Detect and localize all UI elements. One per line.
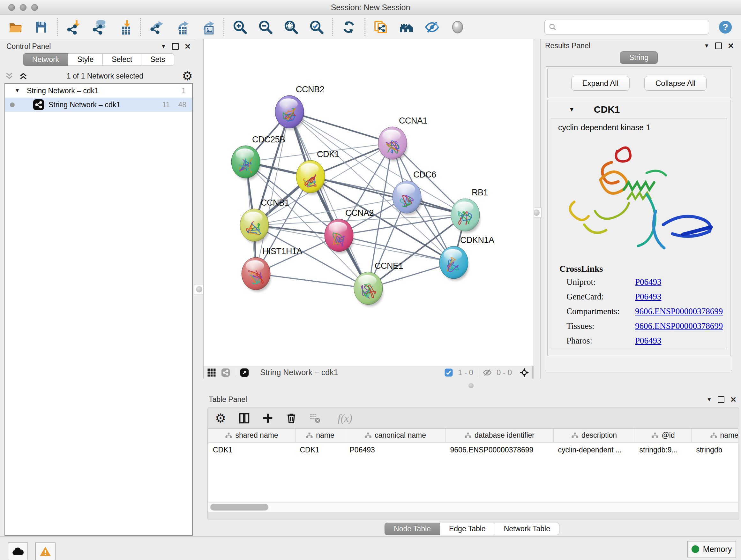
protein-expander-icon[interactable]: ▼	[569, 106, 575, 113]
column-header-namespace[interactable]: namespace	[692, 428, 738, 442]
memory-button[interactable]: Memory	[687, 541, 736, 557]
export-network-icon[interactable]	[149, 19, 165, 35]
node-CCNA1[interactable]	[378, 127, 407, 161]
column-header-canonical-name[interactable]: canonical name	[345, 428, 446, 442]
column-header-name[interactable]: name	[295, 428, 345, 442]
network-canvas[interactable]: CCNB2CCNA1CDC25BCDK1CDC6RB1CCNB1CCNA2CDK…	[203, 39, 534, 366]
string-view-icon[interactable]	[221, 368, 230, 377]
tab-edge-table[interactable]: Edge Table	[440, 523, 495, 535]
edge-CCNA2-CDKN1A[interactable]	[339, 235, 454, 262]
tab-style[interactable]: Style	[68, 53, 103, 66]
table-cell[interactable]: CDK1	[208, 442, 295, 457]
float-results-icon[interactable]	[715, 43, 722, 49]
network-options-gear-icon[interactable]: ⚙	[182, 70, 193, 82]
node-CDK1[interactable]	[296, 160, 325, 195]
warning-button[interactable]	[35, 543, 56, 560]
left-splitter[interactable]	[195, 39, 203, 537]
grid-view-icon[interactable]	[207, 368, 216, 377]
table-cell[interactable]: stringdb	[692, 442, 738, 457]
tab-network[interactable]: Network	[23, 53, 68, 66]
network-collection-row[interactable]: ▼ String Network – cdk1 1	[5, 84, 192, 98]
edge-HIST1H1A-CCNE1[interactable]	[256, 273, 368, 288]
edge-CCNB2-CCNA1[interactable]	[289, 112, 393, 143]
node-CDKN1A[interactable]	[440, 246, 468, 281]
open-session-icon[interactable]	[8, 19, 23, 35]
import-network-icon[interactable]	[65, 19, 81, 35]
table-row[interactable]: CDK1CDK1P064939606.ENSP00000378699cyclin…	[208, 442, 738, 457]
tree-expander-icon[interactable]: ▼	[5, 88, 20, 94]
help-button[interactable]: ?	[718, 20, 733, 35]
import-table-icon[interactable]	[117, 19, 132, 35]
column-header-shared-name[interactable]: shared name	[208, 428, 295, 442]
table-horizontal-scrollbar[interactable]	[208, 502, 738, 512]
table-settings-gear-icon[interactable]: ⚙	[214, 412, 227, 425]
hidden-eye-icon[interactable]	[482, 368, 492, 377]
import-database-icon[interactable]	[91, 19, 107, 35]
float-table-icon[interactable]	[718, 396, 724, 403]
node-CCNA2[interactable]	[325, 219, 354, 253]
expand-all-chevron-icon[interactable]	[4, 71, 14, 81]
horizontal-splitter[interactable]	[203, 379, 738, 393]
crosslink-link[interactable]: 9606.ENSP00000378699	[635, 321, 723, 331]
node-CCNB2[interactable]	[275, 96, 304, 130]
selected-checkbox-icon[interactable]	[444, 368, 454, 377]
network-row[interactable]: String Network – cdk1 11 48	[5, 98, 192, 112]
collapse-panel-icon[interactable]: ▼	[161, 44, 166, 50]
node-RB1[interactable]	[451, 199, 480, 233]
tab-string[interactable]: String	[620, 51, 658, 64]
function-builder-icon[interactable]: f(x)	[332, 412, 358, 425]
crosslink-link[interactable]: 9606.ENSP00000378699	[635, 307, 723, 316]
open-in-new-window-icon[interactable]	[240, 368, 249, 377]
zoom-selected-icon[interactable]	[309, 19, 325, 35]
home-icon[interactable]	[399, 19, 414, 35]
string-query-icon[interactable]	[373, 19, 389, 35]
edge-CCNB2-CCNE1[interactable]	[289, 112, 368, 288]
delete-column-icon[interactable]	[285, 412, 298, 425]
table-cell[interactable]: CDK1	[295, 442, 345, 457]
table-cell[interactable]: stringdb:9...	[635, 442, 692, 457]
zoom-in-icon[interactable]	[232, 19, 248, 35]
column-header--id[interactable]: @id	[635, 428, 692, 442]
tab-sets[interactable]: Sets	[141, 53, 174, 66]
export-table-icon[interactable]	[174, 19, 190, 35]
refresh-icon[interactable]	[341, 19, 357, 35]
node-CDC25B[interactable]	[231, 145, 260, 180]
export-image-icon[interactable]	[200, 19, 216, 35]
collapse-all-chevron-icon[interactable]	[18, 71, 28, 81]
collapse-table-icon[interactable]: ▼	[706, 396, 712, 403]
h-scrollbar-thumb[interactable]	[210, 504, 268, 510]
node-CCNB1[interactable]	[240, 209, 269, 243]
cloud-button[interactable]	[8, 543, 28, 560]
zoom-fit-icon[interactable]	[283, 19, 299, 35]
node-CCNE1[interactable]	[354, 272, 383, 307]
search-field[interactable]	[544, 20, 709, 35]
collapse-all-button[interactable]: Collapse All	[644, 76, 706, 91]
hide-labels-icon[interactable]	[424, 19, 440, 35]
tab-select[interactable]: Select	[103, 53, 141, 66]
show-columns-icon[interactable]	[238, 412, 251, 425]
save-session-icon[interactable]	[33, 19, 49, 35]
search-input[interactable]	[559, 23, 705, 32]
zoom-out-icon[interactable]	[258, 19, 273, 35]
table-cell[interactable]: P06493	[345, 442, 446, 457]
column-header-database-identifier[interactable]: database identifier	[446, 428, 554, 442]
add-column-icon[interactable]	[261, 412, 274, 425]
collapse-results-icon[interactable]: ▼	[704, 43, 710, 49]
show-labels-icon[interactable]	[450, 19, 466, 35]
column-header-description[interactable]: description	[554, 428, 635, 442]
table-cell[interactable]: cyclin-dependent ...	[554, 442, 635, 457]
node-HIST1H1A[interactable]	[242, 257, 271, 292]
tab-node-table[interactable]: Node Table	[385, 523, 440, 535]
table-cell[interactable]: 9606.ENSP00000378699	[446, 442, 554, 457]
delete-table-icon[interactable]	[309, 412, 321, 425]
tab-network-table[interactable]: Network Table	[495, 523, 559, 535]
close-panel-icon[interactable]: ✕	[185, 44, 191, 49]
close-table-icon[interactable]: ✕	[730, 397, 737, 402]
float-panel-icon[interactable]	[172, 43, 179, 50]
crosslink-link[interactable]: P06493	[635, 336, 662, 346]
close-results-icon[interactable]: ✕	[728, 43, 734, 49]
edge-CDK1-RB1[interactable]	[311, 177, 465, 215]
birdseye-view-icon[interactable]	[520, 368, 529, 377]
crosslink-link[interactable]: P06493	[635, 277, 662, 287]
crosslink-link[interactable]: P06493	[635, 292, 662, 302]
